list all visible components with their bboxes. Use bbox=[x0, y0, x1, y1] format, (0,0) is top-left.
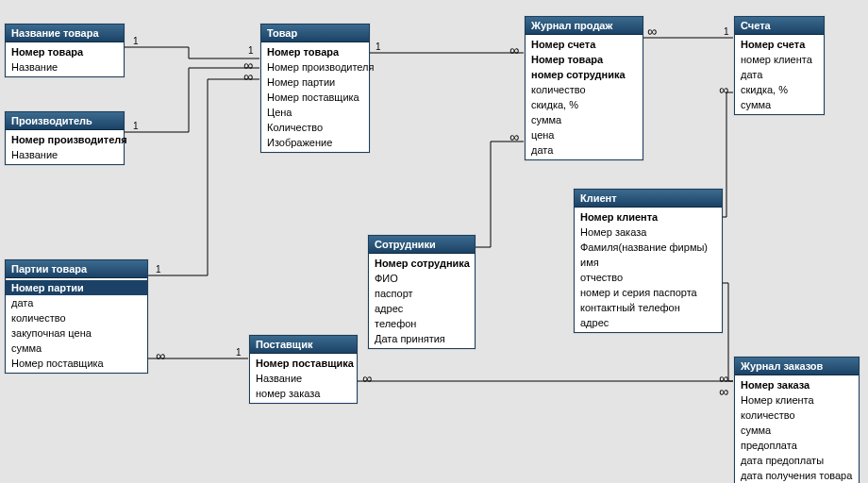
field: сумма bbox=[526, 112, 643, 127]
field: номер заказа bbox=[250, 386, 357, 401]
field-pk: Номер поставщика bbox=[250, 356, 357, 371]
field: Номер партии bbox=[261, 75, 369, 90]
field: Фамиля(название фирмы) bbox=[575, 240, 722, 255]
cardinality-label: 1 bbox=[248, 45, 254, 56]
field-pk: Номер счета bbox=[526, 37, 643, 52]
field: Количество bbox=[261, 120, 369, 135]
field: Название bbox=[6, 59, 124, 75]
field: дата получения товара bbox=[735, 468, 859, 483]
field: дата bbox=[526, 142, 643, 158]
field: ФИО bbox=[369, 271, 475, 286]
cardinality-label: ∞ bbox=[719, 387, 728, 396]
field: имя bbox=[575, 255, 722, 270]
field: Название bbox=[250, 371, 357, 386]
field: Номер производителя bbox=[261, 59, 369, 75]
entity-klient[interactable]: Клиент Номер клиента Номер заказа Фамиля… bbox=[574, 189, 723, 333]
field: Изображение bbox=[261, 135, 369, 150]
field-pk: Номер товара bbox=[261, 44, 369, 59]
cardinality-label: ∞ bbox=[156, 351, 165, 360]
field: сумма bbox=[735, 97, 824, 112]
field: сумма bbox=[735, 423, 859, 438]
field: дата bbox=[735, 67, 824, 82]
cardinality-label: ∞ bbox=[509, 132, 519, 142]
cardinality-label: ∞ bbox=[243, 72, 253, 81]
cardinality-label: ∞ bbox=[362, 374, 372, 383]
field-pk: Номер заказа bbox=[735, 377, 859, 392]
field: Номер поставщика bbox=[6, 356, 147, 371]
entity-scheta[interactable]: Счета Номер счета номер клиента дата ски… bbox=[734, 16, 825, 115]
cardinality-label: 1 bbox=[133, 36, 139, 46]
entity-title: Производитель bbox=[6, 112, 124, 130]
field: паспорт bbox=[369, 286, 475, 301]
cardinality-label: 1 bbox=[236, 347, 242, 358]
field-pk: Номер товара bbox=[526, 52, 643, 67]
entity-nazvanie-tovara[interactable]: Название товара Номер товара Название bbox=[5, 24, 125, 77]
entity-proizvoditel[interactable]: Производитель Номер производителя Назван… bbox=[5, 111, 125, 165]
field: дата предоплаты bbox=[735, 453, 859, 468]
field: предоплата bbox=[735, 438, 859, 453]
field: номер и серия паспорта bbox=[575, 285, 722, 300]
field: закупочная цена bbox=[6, 325, 147, 341]
field: количество bbox=[735, 408, 859, 423]
field: скидка, % bbox=[735, 82, 824, 97]
entity-title: Сотрудники bbox=[369, 236, 475, 254]
field-pk-selected: Номер партии bbox=[6, 280, 147, 295]
field-pk: Номер производителя bbox=[6, 132, 124, 147]
entity-title: Партии товара bbox=[6, 260, 147, 278]
field: Цена bbox=[261, 105, 369, 120]
field: Номер поставщика bbox=[261, 90, 369, 105]
field: адрес bbox=[369, 301, 475, 316]
cardinality-label: ∞ bbox=[647, 26, 657, 36]
entity-sotrudniki[interactable]: Сотрудники Номер сотрудника ФИО паспорт … bbox=[368, 235, 476, 349]
cardinality-label: ∞ bbox=[719, 85, 728, 94]
entity-title: Товар bbox=[261, 25, 369, 42]
cardinality-label: ∞ bbox=[719, 374, 728, 383]
er-diagram-canvas: 1 1 1 ∞ 1 ∞ ∞ 1 ∞ ∞ 1 ∞ 1 ∞ ∞ 1 1 ∞ 1 ∞ … bbox=[0, 0, 868, 483]
entity-zhurnal-zakazov[interactable]: Журнал заказов Номер заказа Номер клиент… bbox=[734, 357, 860, 483]
field: количество bbox=[526, 82, 643, 97]
field: сумма bbox=[6, 341, 147, 356]
cardinality-label: 1 bbox=[133, 121, 139, 131]
field: Номер заказа bbox=[575, 225, 722, 240]
entity-zhurnal-prodazh[interactable]: Журнал продаж Номер счета Номер товара н… bbox=[525, 16, 643, 160]
entity-title: Название товара bbox=[6, 25, 124, 42]
cardinality-label: 1 bbox=[376, 42, 381, 52]
field: количество bbox=[6, 310, 147, 325]
field: Номер клиента bbox=[735, 392, 859, 408]
entity-title: Журнал заказов bbox=[735, 358, 859, 375]
field: Дата принятия bbox=[369, 331, 475, 346]
field-pk: Номер сотрудника bbox=[369, 256, 475, 271]
cardinality-label: ∞ bbox=[509, 45, 519, 55]
entity-title: Счета bbox=[735, 17, 824, 35]
field: номер клиента bbox=[735, 52, 824, 67]
entity-title: Клиент bbox=[575, 190, 722, 208]
cardinality-label: 1 bbox=[724, 26, 729, 37]
cardinality-label: 1 bbox=[156, 264, 161, 275]
field: контактный телефон bbox=[575, 300, 722, 315]
entity-postavshchik[interactable]: Поставщик Номер поставщика Название номе… bbox=[249, 335, 358, 404]
field: скидка, % bbox=[526, 97, 643, 112]
entity-partii-tovara[interactable]: Партии товара Номер партии дата количест… bbox=[5, 259, 148, 374]
entity-tovar[interactable]: Товар Номер товара Номер производителя Н… bbox=[260, 24, 370, 153]
field-pk: Номер счета bbox=[735, 37, 824, 52]
field: дата bbox=[6, 295, 147, 310]
entity-title: Журнал продаж bbox=[526, 17, 643, 35]
field: Название bbox=[6, 147, 124, 162]
entity-title: Поставщик bbox=[250, 336, 357, 354]
field-pk: Номер клиента bbox=[575, 209, 722, 225]
field-pk: Номер товара bbox=[6, 44, 124, 59]
field: адрес bbox=[575, 315, 722, 330]
field-pk: номер сотрудника bbox=[526, 67, 643, 82]
field: телефон bbox=[369, 316, 475, 331]
field: отчество bbox=[575, 270, 722, 285]
field: цена bbox=[526, 127, 643, 142]
